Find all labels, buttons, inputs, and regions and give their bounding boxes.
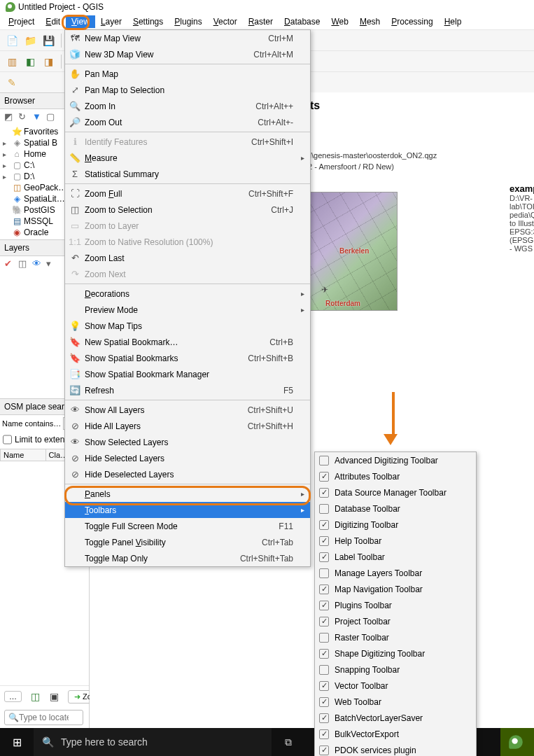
- toolbar-toggle-attributes-toolbar[interactable]: Attributes Toolbar: [315, 468, 476, 484]
- menu-item-toggle-map-only[interactable]: Toggle Map OnlyCtrl+Shift+Tab: [65, 550, 310, 566]
- menu-item-toggle-full-screen-mode[interactable]: Toggle Full Screen ModeF11: [65, 518, 310, 534]
- map-thumbnail[interactable]: Berkelen Rotterdam ✈: [300, 192, 398, 311]
- menu-edit[interactable]: Edit: [40, 15, 66, 28]
- osm-mask-icon[interactable]: ▣: [49, 689, 59, 704]
- toolbar-toggle-web-toolbar[interactable]: Web Toolbar: [315, 694, 476, 710]
- toolbar-toggle-batchvectorlayersaver[interactable]: BatchVectorLayerSaver: [315, 710, 476, 726]
- menu-item-pan-map[interactable]: ✋Pan Map: [65, 66, 310, 82]
- recent-heading: cts: [300, 92, 534, 116]
- menu-icon: 👁: [68, 405, 82, 415]
- toolbar-toggle-label-toolbar[interactable]: Label Toolbar: [315, 549, 476, 565]
- toolbar-toggle-data-source-manager-toolbar[interactable]: Data Source Manager Toolbar: [315, 484, 476, 500]
- toolbar-toggle-digitizing-toolbar[interactable]: Digitizing Toolbar: [315, 517, 476, 533]
- menu-icon: 🧊: [68, 49, 82, 59]
- style-icon[interactable]: ✔: [4, 258, 15, 270]
- menu-item-zoom-out[interactable]: 🔎Zoom OutCtrl+Alt+-: [65, 114, 310, 130]
- menu-item-new-map-view[interactable]: 🗺New Map ViewCtrl+M: [65, 30, 310, 46]
- taskbar-search[interactable]: 🔍 Type here to search: [34, 728, 272, 756]
- start-button[interactable]: ⊞: [0, 728, 34, 756]
- vector-layer-icon[interactable]: ▥: [4, 54, 20, 69]
- menu-item-statistical-summary[interactable]: ΣStatistical Summary: [65, 166, 310, 182]
- remove-icon[interactable]: ▾: [46, 258, 57, 270]
- checkbox-icon: [319, 456, 329, 465]
- toolbar-toggle-vector-toolbar[interactable]: Vector Toolbar: [315, 678, 476, 694]
- menu-item-toggle-panel-visibility[interactable]: Toggle Panel VisibilityCtrl+Tab: [65, 534, 310, 550]
- toolbar-toggle-snapping-toolbar[interactable]: Snapping Toolbar: [315, 662, 476, 678]
- checkbox-icon: [319, 697, 329, 707]
- menu-item-new-spatial-bookmark-[interactable]: 🔖New Spatial Bookmark…Ctrl+B: [65, 334, 310, 350]
- osm-col-name[interactable]: Name: [1, 449, 46, 461]
- toolbar-toggle-shape-digitizing-toolbar[interactable]: Shape Digitizing Toolbar: [315, 645, 476, 662]
- edit-pencil-icon[interactable]: ✎: [4, 75, 20, 90]
- menu-item-panels[interactable]: Panels▸: [65, 486, 310, 502]
- toolbar-toggle-help-toolbar[interactable]: Help Toolbar: [315, 533, 476, 549]
- menu-item-zoom-last[interactable]: ↶Zoom Last: [65, 250, 310, 266]
- task-view-button[interactable]: ⧉: [272, 728, 305, 756]
- menu-item-hide-selected-layers[interactable]: ⊘Hide Selected Layers: [65, 450, 310, 466]
- menu-item-new-3d-map-view[interactable]: 🧊New 3D Map ViewCtrl+Alt+M: [65, 46, 310, 62]
- refresh-icon[interactable]: ↻: [18, 111, 29, 122]
- checkbox-icon: [319, 472, 329, 482]
- menu-icon: ⊘: [68, 421, 82, 431]
- menu-icon: 🔖: [68, 353, 82, 363]
- toolbar-toggle-manage-layers-toolbar[interactable]: Manage Layers Toolbar: [315, 565, 476, 581]
- filter-legend-icon[interactable]: ◫: [18, 258, 29, 270]
- menu-help[interactable]: Help: [439, 15, 468, 28]
- raster-layer-icon[interactable]: ◧: [22, 54, 38, 69]
- toolbar-toggle-map-navigation-toolbar[interactable]: Map Navigation Toolbar: [315, 581, 476, 597]
- menu-item-show-all-layers[interactable]: 👁Show All LayersCtrl+Shift+U: [65, 402, 310, 418]
- menu-settings[interactable]: Settings: [127, 15, 169, 28]
- menu-view[interactable]: View: [66, 15, 95, 28]
- menu-item-zoom-full[interactable]: ⛶Zoom FullCtrl+Shift+F: [65, 186, 310, 202]
- taskbar-qgis-button[interactable]: [500, 728, 534, 756]
- menu-item-measure[interactable]: 📏Measure▸: [65, 150, 310, 166]
- menu-project[interactable]: Project: [3, 15, 40, 28]
- osm-limit-checkbox[interactable]: [3, 433, 12, 446]
- collapse-icon[interactable]: ▢: [46, 111, 57, 122]
- menu-item-zoom-in[interactable]: 🔍Zoom InCtrl+Alt++: [65, 98, 310, 114]
- menu-processing[interactable]: Processing: [386, 15, 438, 28]
- menu-database[interactable]: Database: [279, 15, 325, 28]
- open-project-icon[interactable]: 📁: [22, 33, 38, 48]
- menu-web[interactable]: Web: [325, 15, 353, 28]
- save-project-icon[interactable]: 💾: [41, 33, 56, 48]
- example-path: D:\VR-lab\TOI-pedia\QGIS to Illustr: [510, 194, 534, 227]
- menu-item-show-selected-layers[interactable]: 👁Show Selected Layers: [65, 434, 310, 450]
- menu-item-show-spatial-bookmarks[interactable]: 🔖Show Spatial BookmarksCtrl+Shift+B: [65, 350, 310, 366]
- osm-add-layer-icon[interactable]: ◫: [30, 689, 41, 704]
- menu-icon: ⊘: [68, 469, 82, 479]
- toolbar-toggle-raster-toolbar[interactable]: Raster Toolbar: [315, 629, 476, 645]
- menu-item-zoom-to-selection[interactable]: ◫Zoom to SelectionCtrl+J: [65, 202, 310, 218]
- example-project[interactable]: example D:\VR-lab\TOI-pedia\QGIS to Illu…: [510, 183, 534, 253]
- toolbar-toggle-bulkvectorexport[interactable]: BulkVectorExport: [315, 726, 476, 742]
- more-button[interactable]: …: [4, 691, 22, 702]
- menu-item-refresh[interactable]: 🔄RefreshF5: [65, 382, 310, 398]
- menu-raster[interactable]: Raster: [243, 15, 279, 28]
- toolbar-toggle-advanced-digitizing-toolbar[interactable]: Advanced Digitizing Toolbar: [315, 452, 476, 468]
- menu-layer[interactable]: Layer: [95, 15, 127, 28]
- toolbar-toggle-plugins-toolbar[interactable]: Plugins Toolbar: [315, 597, 476, 613]
- menu-item-zoom-next: ↷Zoom Next: [65, 266, 310, 282]
- menu-item-pan-map-to-selection[interactable]: ⤢Pan Map to Selection: [65, 82, 310, 98]
- menu-item-decorations[interactable]: Decorations▸: [65, 286, 310, 302]
- menu-vector[interactable]: Vector: [208, 15, 243, 28]
- menu-item-preview-mode[interactable]: Preview Mode▸: [65, 302, 310, 318]
- menu-icon: ✋: [68, 69, 82, 79]
- expand-icon[interactable]: 👁: [32, 258, 43, 270]
- filter-icon[interactable]: ▼: [32, 111, 43, 122]
- menu-item-hide-all-layers[interactable]: ⊘Hide All LayersCtrl+Shift+H: [65, 418, 310, 434]
- add-layer-icon[interactable]: ◩: [4, 111, 15, 122]
- toolbar-toggle-pdok-services-plugin[interactable]: PDOK services plugin: [315, 742, 476, 756]
- menu-item-show-map-tips[interactable]: 💡Show Map Tips: [65, 318, 310, 334]
- menu-item-toolbars[interactable]: Toolbars▸: [65, 502, 310, 518]
- menu-item-hide-deselected-layers[interactable]: ⊘Hide Deselected Layers: [65, 466, 310, 482]
- new-project-icon[interactable]: 📄: [4, 33, 20, 48]
- toolbar-toggle-project-toolbar[interactable]: Project Toolbar: [315, 613, 476, 629]
- menu-item-show-spatial-bookmark-manager[interactable]: 📑Show Spatial Bookmark Manager: [65, 366, 310, 382]
- menu-mesh[interactable]: Mesh: [354, 15, 386, 28]
- menu-plugins[interactable]: Plugins: [169, 15, 207, 28]
- mesh-layer-icon[interactable]: ◨: [41, 54, 56, 69]
- recent-path-1: ial\genesis-master\oosterdok_ON2.qgz: [300, 150, 534, 161]
- toolbar-toggle-database-toolbar[interactable]: Database Toolbar: [315, 500, 476, 517]
- osm-limit-label: Limit to extent: [15, 435, 67, 444]
